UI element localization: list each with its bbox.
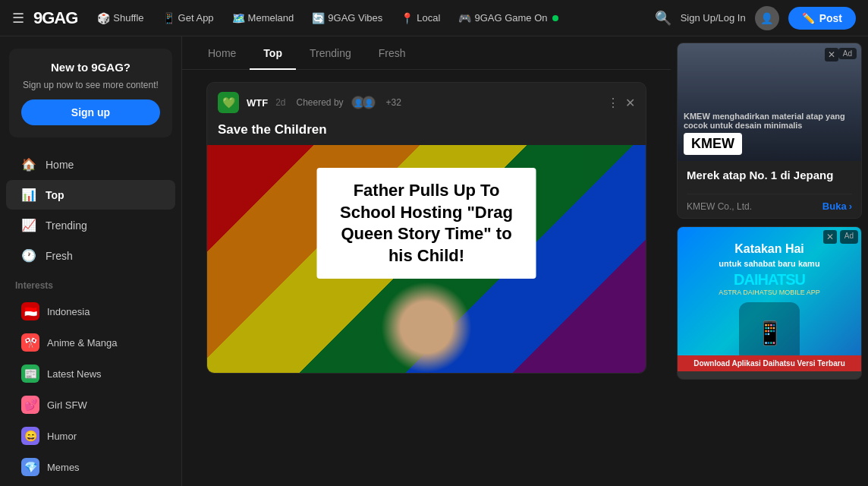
daihatsu-close-btn[interactable]: ✕ [823,230,837,244]
post-actions: ⋮ ✕ [607,96,635,110]
ad-badge: Ad [838,48,857,59]
hamburger-icon[interactable]: ☰ [12,10,24,27]
tab-fresh[interactable]: Fresh [365,36,420,70]
signup-link[interactable]: Sign Up/Log In [681,12,746,24]
interest-indonesia[interactable]: 🇮🇩 Indonesia 📌 [6,296,175,327]
main-layout: New to 9GAG? Sign up now to see more con… [0,36,868,486]
ad-title: Merek atap No. 1 di Jepang [687,169,852,181]
daihatsu-sub: untuk sahabat baru kamu [719,259,819,268]
sidebar: New to 9GAG? Sign up now to see more con… [0,36,182,486]
sidebar-item-top[interactable]: 📊 Top [6,180,175,210]
humor-icon: 😄 [21,427,39,445]
interest-anime-label: Anime & Manga [47,337,140,349]
right-sidebar: KMEW menghadirkan material atap yang coc… [671,36,868,486]
interest-latest-news[interactable]: 📰 Latest News 📌 [6,358,175,389]
cheer-avatar-2: 👤 [362,96,376,109]
signup-box: New to 9GAG? Sign up now to see more con… [9,49,172,137]
post-tag-icon: 💚 [218,92,239,113]
sidebar-item-trending[interactable]: 📈 Trending [6,210,175,240]
cheer-avatars: 👤 👤 [354,96,376,109]
post-tag[interactable]: WTF [247,97,268,109]
signup-title: New to 9GAG? [21,61,160,74]
fresh-icon: 🕐 [21,248,36,263]
sidebar-item-home[interactable]: 🏠 Home [6,150,175,179]
signup-button[interactable]: Sign up [21,99,160,125]
vibes-icon: 🔄 [312,12,325,24]
post-card: 💚 WTF 2d Cheered by 👤 👤 +32 ⋮ ✕ Save the… [206,82,646,374]
nav-local[interactable]: 📍 Local [393,9,448,27]
sidebar-item-fresh[interactable]: 🕐 Fresh [6,241,175,270]
post-image: Father Pulls Up To School Hosting "Drag … [207,145,646,373]
edit-icon: ✏️ [802,12,815,24]
ad-kmew: KMEW menghadirkan material atap yang coc… [677,43,862,219]
interest-girl-sfw[interactable]: 💕 Girl SFW 📌 [6,390,175,420]
memeland-icon: 🗺️ [232,12,245,24]
post-close-btn[interactable]: ✕ [625,96,635,110]
indonesia-icon: 🇮🇩 [21,302,39,320]
chevron-right-icon: › [849,200,852,212]
kmew-logo: KMEW [684,133,742,155]
interest-memes-label: Memes [47,462,140,473]
home-icon: 🏠 [21,157,36,172]
post-cheered-label: Cheered by [297,97,344,108]
daihatsu-bg: ✕ Ad Katakan Hai untuk sahabat baru kamu… [678,227,861,371]
content-tabs: Home Top Trending Fresh [182,36,671,70]
interests-title: Interests [0,271,181,295]
interest-memes[interactable]: 💎 Memes 📌 [6,452,175,482]
nav-links: 🎲 Shuffle 📱 Get App 🗺️ Memeland 🔄 9GAG V… [90,9,565,27]
trending-icon: 📈 [21,218,36,232]
interest-latest-news-label: Latest News [47,368,140,380]
interest-humor-label: Humor [47,431,140,442]
nav-game-on[interactable]: 🎮 9GAG Game On [451,9,565,27]
search-icon[interactable]: 🔍 [655,10,671,27]
anime-icon: 🎌 [21,333,39,352]
post-title: Save the Children [207,122,646,145]
ad-kmew-image: KMEW menghadirkan material atap yang coc… [678,43,861,161]
ad-close-btn[interactable]: ✕ [825,48,838,62]
nav-memeland[interactable]: 🗺️ Memeland [225,9,302,27]
post-image-face [381,282,472,373]
ad-body: Merek atap No. 1 di Jepang [678,161,861,194]
ad-daihatsu-image: ✕ Ad Katakan Hai untuk sahabat baru kamu… [678,227,861,379]
memes-icon: 💎 [21,458,39,476]
content-area: Home Top Trending Fresh 💚 WTF 2d Cheered… [182,36,671,486]
interest-girl-sfw-label: Girl SFW [47,399,140,411]
cheer-count: +32 [386,97,401,108]
get-app-icon: 📱 [162,12,175,24]
post-image-text: Father Pulls Up To School Hosting "Drag … [317,168,536,279]
game-on-icon: 🎮 [458,12,471,24]
online-dot [552,15,558,21]
local-icon: 📍 [401,12,414,24]
logo[interactable]: 9GAG [33,8,77,28]
daihatsu-phone-mockup: 📱 [739,302,800,363]
daihatsu-logo: DAIHATSU [734,271,805,289]
post-button[interactable]: ✏️ Post [788,7,856,30]
girl-sfw-icon: 💕 [21,396,39,414]
interest-humor[interactable]: 😄 Humor 📌 [6,421,175,451]
post-more-btn[interactable]: ⋮ [607,96,619,110]
nav-shuffle[interactable]: 🎲 Shuffle [90,9,151,27]
signup-subtitle: Sign up now to see more content! [21,80,160,90]
top-icon: 📊 [21,188,36,202]
latest-news-icon: 📰 [21,364,39,383]
shuffle-icon: 🎲 [97,12,110,24]
avatar[interactable]: 👤 [755,6,779,30]
ad-footer: KMEW Co., Ltd. Buka › [678,194,861,218]
topnav: ☰ 9GAG 🎲 Shuffle 📱 Get App 🗺️ Memeland 🔄… [0,0,868,36]
interest-indonesia-label: Indonesia [47,306,140,317]
daihatsu-brand: ASTRA DAIHATSU MOBILE APP [719,289,819,296]
post-header: 💚 WTF 2d Cheered by 👤 👤 +32 ⋮ ✕ [207,83,646,122]
interest-anime[interactable]: 🎌 Anime & Manga 📌 [6,327,175,358]
post-time: 2d [275,97,285,108]
daihatsu-headline: Katakan Hai [734,242,804,256]
ad-daihatsu: ✕ Ad Katakan Hai untuk sahabat baru kamu… [677,226,862,380]
ad-cta-btn[interactable]: Buka › [822,200,852,212]
daihatsu-cta-bottom[interactable]: Download Aplikasi Daihatsu Versi Terbaru [678,355,861,371]
tab-trending[interactable]: Trending [296,36,365,70]
tab-top[interactable]: Top [250,36,296,70]
tab-home[interactable]: Home [194,36,250,70]
daihatsu-badge: Ad [840,230,858,244]
ad-company: KMEW Co., Ltd. [687,201,752,212]
nav-get-app[interactable]: 📱 Get App [155,9,222,27]
nav-vibes[interactable]: 🔄 9GAG Vibes [304,9,390,27]
